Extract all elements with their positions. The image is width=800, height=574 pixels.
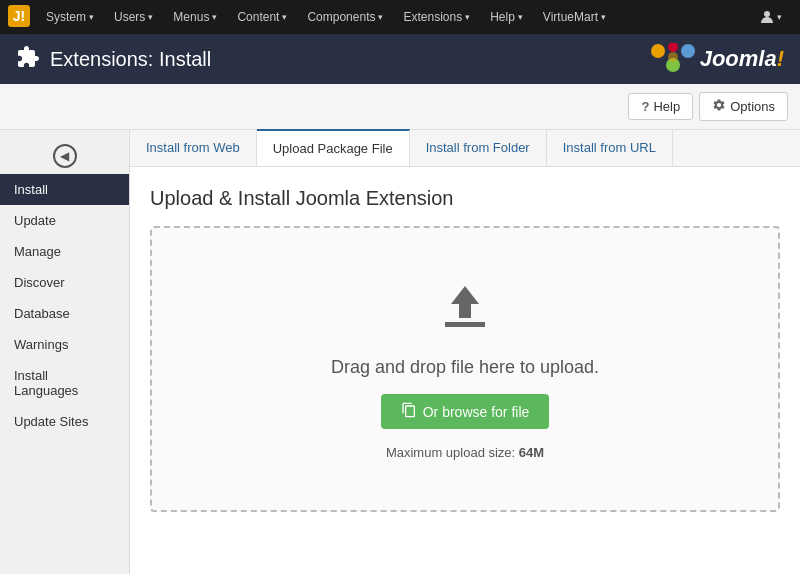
- nav-virtuemart[interactable]: VirtueMart▾: [535, 0, 614, 34]
- gear-icon: [712, 98, 726, 115]
- browse-button[interactable]: Or browse for file: [381, 394, 550, 429]
- toolbar: ? Help Options: [0, 84, 800, 130]
- top-navbar: J! System▾ Users▾ Menus▾ Content▾ Compon…: [0, 0, 800, 34]
- sidebar-item-update-sites[interactable]: Update Sites: [0, 406, 129, 437]
- users-caret: ▾: [148, 12, 153, 22]
- joomla-small-icon: J!: [8, 5, 30, 30]
- sidebar-item-install[interactable]: Install: [0, 174, 129, 205]
- svg-point-5: [681, 44, 695, 58]
- help-icon: ?: [641, 99, 649, 114]
- user-menu[interactable]: ▾: [749, 0, 792, 34]
- copy-icon: [401, 402, 417, 421]
- nav-users[interactable]: Users▾: [106, 0, 161, 34]
- svg-marker-8: [451, 286, 479, 318]
- svg-point-4: [668, 43, 678, 52]
- sidebar-item-update[interactable]: Update: [0, 205, 129, 236]
- extensions-caret: ▾: [465, 12, 470, 22]
- user-caret: ▾: [777, 12, 782, 22]
- sidebar-item-database[interactable]: Database: [0, 298, 129, 329]
- sidebar: ◀ Install Update Manage Discover Databas…: [0, 130, 130, 574]
- components-caret: ▾: [378, 12, 383, 22]
- tab-upload-package-file[interactable]: Upload Package File: [257, 129, 410, 166]
- svg-rect-9: [445, 322, 485, 327]
- sidebar-item-discover[interactable]: Discover: [0, 267, 129, 298]
- nav-extensions[interactable]: Extensions▾: [395, 0, 478, 34]
- tab-install-from-url[interactable]: Install from URL: [547, 130, 673, 166]
- drop-text: Drag and drop file here to upload.: [331, 357, 599, 378]
- joomla-logo-text: Joomla!: [700, 46, 784, 72]
- sidebar-item-install-languages[interactable]: Install Languages: [0, 360, 129, 406]
- nav-right: ▾: [749, 0, 792, 34]
- content-inner: Upload & Install Joomla Extension Drag a…: [130, 167, 800, 532]
- sidebar-item-warnings[interactable]: Warnings: [0, 329, 129, 360]
- nav-menus[interactable]: Menus▾: [165, 0, 225, 34]
- max-upload-info: Maximum upload size: 64M: [386, 445, 544, 460]
- options-button[interactable]: Options: [699, 92, 788, 121]
- nav-content[interactable]: Content▾: [229, 0, 295, 34]
- menus-caret: ▾: [212, 12, 217, 22]
- svg-point-7: [668, 52, 678, 62]
- nav-system[interactable]: System▾: [38, 0, 102, 34]
- content-area: Install from Web Upload Package File Ins…: [130, 130, 800, 574]
- help-caret: ▾: [518, 12, 523, 22]
- nav-help[interactable]: Help▾: [482, 0, 531, 34]
- nav-components[interactable]: Components▾: [299, 0, 391, 34]
- joomla-logo: Joomla!: [650, 43, 784, 75]
- back-button[interactable]: ◀: [0, 138, 129, 174]
- page-title: Extensions: Install: [50, 48, 650, 71]
- main-layout: ◀ Install Update Manage Discover Databas…: [0, 130, 800, 574]
- svg-point-3: [651, 44, 665, 58]
- svg-point-2: [764, 11, 770, 17]
- section-title: Upload & Install Joomla Extension: [150, 187, 780, 210]
- tab-install-from-web[interactable]: Install from Web: [130, 130, 257, 166]
- content-caret: ▾: [282, 12, 287, 22]
- sidebar-item-manage[interactable]: Manage: [0, 236, 129, 267]
- upload-icon: [435, 278, 495, 341]
- drop-zone[interactable]: Drag and drop file here to upload. Or br…: [150, 226, 780, 512]
- virtuemart-caret: ▾: [601, 12, 606, 22]
- system-caret: ▾: [89, 12, 94, 22]
- tab-install-from-folder[interactable]: Install from Folder: [410, 130, 547, 166]
- back-circle-icon: ◀: [53, 144, 77, 168]
- header-bar: Extensions: Install Joomla!: [0, 34, 800, 84]
- tab-bar: Install from Web Upload Package File Ins…: [130, 130, 800, 167]
- help-button[interactable]: ? Help: [628, 93, 693, 120]
- svg-text:J!: J!: [13, 8, 25, 24]
- puzzle-icon: [16, 45, 40, 74]
